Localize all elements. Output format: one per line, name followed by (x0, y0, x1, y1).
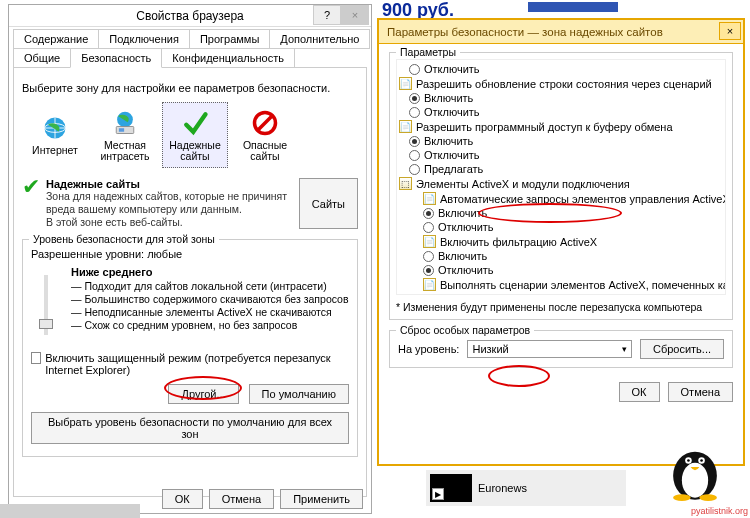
tab-programs[interactable]: Программы (189, 29, 270, 49)
browser-properties-dialog: Свойства браузера ? × Содержание Подключ… (8, 4, 372, 514)
decorative-bar (0, 504, 140, 518)
radio-icon[interactable] (423, 265, 434, 276)
tree-label: Отключить (438, 221, 494, 233)
level-point: — Схож со средним уровнем, но без запрос… (71, 319, 349, 332)
tree-label: Разрешить программный доступ к буферу об… (416, 121, 673, 133)
zone-trusted[interactable]: Надежные сайты (162, 102, 228, 168)
radio-icon[interactable] (409, 150, 420, 161)
ok-button[interactable]: ОК (619, 382, 660, 402)
tree-option[interactable]: Отключить (399, 105, 723, 119)
intranet-icon (111, 109, 139, 137)
sites-button[interactable]: Сайты (299, 178, 358, 229)
tab-security[interactable]: Безопасность (70, 48, 162, 68)
radio-icon[interactable] (423, 251, 434, 262)
protected-mode-row: Включить защищенный режим (потребуется п… (31, 352, 349, 376)
script-icon: 📄 (423, 278, 436, 291)
radio-icon[interactable] (409, 107, 420, 118)
euronews-label: Euronews (478, 482, 527, 494)
tab-advanced[interactable]: Дополнительно (269, 29, 370, 49)
security-level-group: Уровень безопасности для этой зоны Разре… (22, 239, 358, 457)
tree-label: Включить (424, 135, 473, 147)
cancel-button[interactable]: Отмена (668, 382, 733, 402)
level-point: — Подходит для сайтов локальной сети (ин… (71, 280, 349, 293)
radio-icon[interactable] (423, 222, 434, 233)
help-button[interactable]: ? (313, 5, 341, 25)
close-button[interactable]: × (341, 5, 369, 25)
zone-label: Местная интрасеть (95, 140, 155, 162)
level-point: — Неподписанные элементы ActiveX не скач… (71, 306, 349, 319)
group-title: Уровень безопасности для этой зоны (29, 233, 219, 245)
globe-icon (41, 114, 69, 142)
dialog-title: Свойства браузера (136, 9, 244, 23)
tree-option[interactable]: Отключить (399, 263, 723, 277)
zone-label: Надежные сайты (165, 140, 225, 162)
tab-privacy[interactable]: Конфиденциальность (161, 48, 295, 68)
security-settings-dialog: Параметры безопасности — зона надежных с… (377, 18, 745, 466)
default-level-button[interactable]: По умолчанию (249, 384, 349, 404)
reset-all-zones-button[interactable]: Выбрать уровень безопасности по умолчани… (31, 412, 349, 444)
script-icon: 📄 (399, 77, 412, 90)
radio-icon[interactable] (409, 64, 420, 75)
zone-restricted[interactable]: Опасные сайты (232, 102, 298, 168)
protected-mode-label: Включить защищенный режим (потребуется п… (45, 352, 349, 376)
svg-rect-4 (119, 128, 124, 132)
tree-option[interactable]: Предлагать (399, 162, 723, 176)
reset-group: Сброс особых параметров На уровень: Низк… (389, 330, 733, 368)
tree-label: Включить фильтрацию ActiveX (440, 236, 597, 248)
tree-category: ⬚Элементы ActiveX и модули подключения (399, 176, 723, 191)
tree-label: Разрешить обновление строки состояния че… (416, 78, 712, 90)
reset-button[interactable]: Сбросить... (640, 339, 724, 359)
tree-label: Включить (424, 92, 473, 104)
trusted-desc: Зона для надежных сайтов, которые не при… (46, 190, 299, 216)
radio-icon[interactable] (423, 208, 434, 219)
script-icon: 📄 (399, 120, 412, 133)
apply-button[interactable]: Применить (280, 489, 363, 509)
decorative-bar (528, 2, 618, 12)
tree-option[interactable]: Отключить (399, 62, 723, 76)
custom-level-button[interactable]: Другой... (168, 384, 238, 404)
dialog-title: Параметры безопасности — зона надежных с… (387, 26, 663, 38)
tree-option[interactable]: Отключить (399, 220, 723, 234)
cancel-button[interactable]: Отмена (209, 489, 274, 509)
tabstrip: Содержание Подключения Программы Дополни… (13, 29, 367, 67)
svg-point-13 (673, 494, 691, 501)
tree-option[interactable]: Включить (399, 134, 723, 148)
tree-option[interactable]: Включить (399, 249, 723, 263)
tree-category: 📄Разрешить обновление строки состояния ч… (399, 76, 723, 91)
video-thumb[interactable]: ▶ (430, 474, 472, 502)
zone-label: Интернет (32, 145, 78, 156)
zone-intranet[interactable]: Местная интрасеть (92, 102, 158, 168)
level-name: Ниже среднего (71, 266, 349, 278)
script-icon: 📄 (423, 192, 436, 205)
radio-icon[interactable] (409, 136, 420, 147)
tree-option[interactable]: Включить (399, 91, 723, 105)
ok-button[interactable]: ОК (162, 489, 203, 509)
protected-mode-checkbox[interactable] (31, 352, 41, 364)
tree-option[interactable]: Отключить (399, 148, 723, 162)
security-slider[interactable] (31, 266, 61, 344)
tree-category: 📄Включить фильтрацию ActiveX (399, 234, 723, 249)
zone-internet[interactable]: Интернет (22, 102, 88, 168)
tree-label: Предлагать (424, 163, 483, 175)
parameters-group: Параметры Отключить📄Разрешить обновление… (389, 52, 733, 320)
tab-body: Выберите зону для настройки ее параметро… (13, 67, 367, 497)
reset-level-combo[interactable]: Низкий ▾ (467, 340, 632, 358)
play-icon: ▶ (432, 488, 444, 500)
svg-point-11 (687, 459, 690, 462)
tab-general[interactable]: Общие (13, 48, 71, 68)
tree-label: Включить (438, 207, 487, 219)
radio-icon[interactable] (409, 164, 420, 175)
tab-connections[interactable]: Подключения (98, 29, 190, 49)
close-button[interactable]: × (719, 22, 741, 40)
group-title: Параметры (396, 46, 460, 58)
chevron-down-icon: ▾ (622, 344, 627, 354)
tree-label: Включить (438, 250, 487, 262)
zone-instruction: Выберите зону для настройки ее параметро… (22, 82, 358, 94)
group-title: Сброс особых параметров (396, 324, 534, 336)
settings-tree[interactable]: Отключить📄Разрешить обновление строки со… (396, 59, 726, 295)
radio-icon[interactable] (409, 93, 420, 104)
svg-line-6 (258, 116, 272, 130)
tab-content[interactable]: Содержание (13, 29, 99, 49)
titlebar: Свойства браузера ? × (9, 5, 371, 27)
tree-option[interactable]: Включить (399, 206, 723, 220)
